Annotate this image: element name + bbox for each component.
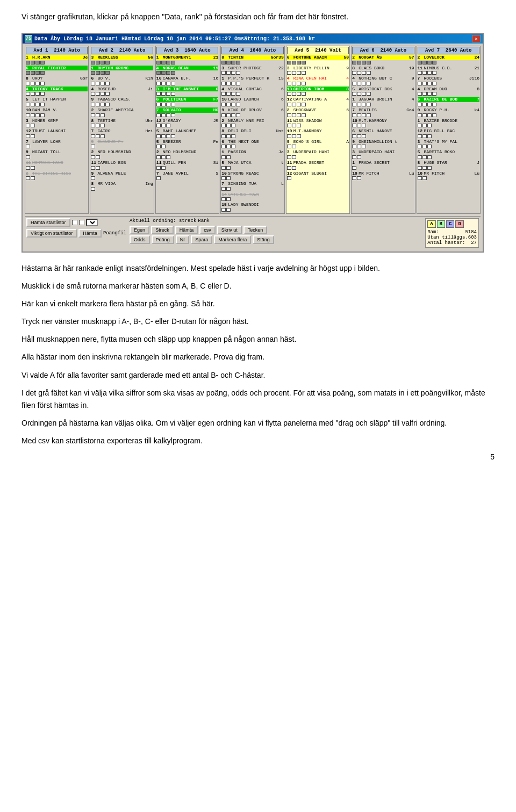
horse-boxes[interactable] <box>91 124 153 127</box>
streck-button[interactable]: Streck <box>151 226 174 234</box>
nr-button[interactable]: Nr <box>176 235 190 244</box>
a-button[interactable]: A <box>427 220 435 228</box>
horse-boxes[interactable] <box>287 61 349 64</box>
horse-boxes[interactable] <box>352 134 414 138</box>
horse-boxes[interactable] <box>418 166 479 170</box>
horse-boxes[interactable] <box>156 124 218 127</box>
horse-boxes[interactable] <box>26 134 88 138</box>
horse-boxes[interactable] <box>156 145 218 148</box>
horse-boxes[interactable] <box>156 155 218 159</box>
horse-boxes[interactable] <box>91 166 153 170</box>
horse-boxes[interactable] <box>221 92 283 96</box>
horse-boxes[interactable] <box>26 92 88 96</box>
horse-boxes[interactable] <box>287 145 349 148</box>
horse-boxes[interactable] <box>91 145 153 148</box>
horse-boxes[interactable] <box>418 71 479 75</box>
b-button[interactable]: B <box>437 220 445 228</box>
horse-boxes[interactable] <box>352 176 414 180</box>
odds-button[interactable]: Odds <box>130 235 150 244</box>
d-button[interactable]: D <box>455 220 463 228</box>
horse-boxes[interactable] <box>221 82 283 85</box>
horse-boxes[interactable] <box>221 124 283 127</box>
horse-boxes[interactable] <box>418 145 479 148</box>
horse-boxes[interactable] <box>221 145 283 148</box>
horse-boxes[interactable] <box>91 176 153 180</box>
horse-boxes[interactable] <box>418 103 479 106</box>
horse-boxes[interactable] <box>287 92 349 96</box>
horse-boxes[interactable] <box>156 103 218 106</box>
horse-boxes[interactable] <box>156 176 218 180</box>
horse-boxes[interactable] <box>91 187 153 191</box>
horse-boxes[interactable] <box>287 71 349 75</box>
hamta-btn2[interactable]: Hämta <box>78 229 102 238</box>
horse-boxes[interactable] <box>287 113 349 117</box>
horse-boxes[interactable] <box>418 134 479 138</box>
csv-button[interactable]: csv <box>199 226 216 234</box>
horse-boxes[interactable] <box>352 145 414 148</box>
horse-boxes[interactable] <box>26 82 88 85</box>
horse-boxes[interactable] <box>352 71 414 75</box>
horse-boxes[interactable] <box>221 103 283 106</box>
horse-boxes[interactable] <box>352 82 414 85</box>
horse-boxes[interactable] <box>418 61 479 64</box>
horse-boxes[interactable] <box>26 113 88 117</box>
horse-boxes[interactable] <box>352 166 414 170</box>
horse-boxes[interactable] <box>91 103 153 106</box>
horse-boxes[interactable] <box>352 124 414 127</box>
horse-boxes[interactable] <box>287 166 349 170</box>
procent-select[interactable] <box>86 219 98 226</box>
horse-boxes[interactable] <box>418 176 479 180</box>
markera-button[interactable]: Markera flera <box>214 235 251 244</box>
horse-boxes[interactable] <box>221 71 283 75</box>
horse-boxes[interactable] <box>26 71 88 75</box>
stang-button[interactable]: Stäng <box>253 235 274 244</box>
horse-boxes[interactable] <box>156 82 218 85</box>
horse-boxes[interactable] <box>352 155 414 159</box>
horse-boxes[interactable] <box>287 103 349 106</box>
c-button[interactable]: C <box>446 220 454 228</box>
horse-boxes[interactable] <box>26 176 88 180</box>
horse-boxes[interactable] <box>91 82 153 85</box>
horse-boxes[interactable] <box>221 134 283 138</box>
horse-boxes[interactable] <box>26 124 88 127</box>
horse-boxes[interactable] <box>26 145 88 148</box>
horse-boxes[interactable] <box>156 166 218 170</box>
hamta-button[interactable]: Hämta <box>175 226 198 234</box>
horse-boxes[interactable] <box>287 155 349 159</box>
horse-boxes[interactable] <box>221 208 283 212</box>
horse-boxes[interactable] <box>418 113 479 117</box>
horse-boxes[interactable] <box>418 124 479 127</box>
horse-boxes[interactable] <box>156 92 218 96</box>
tecken-button[interactable]: Tecken <box>243 226 268 234</box>
egen-button[interactable]: Egen <box>130 226 149 234</box>
poang-checkbox[interactable] <box>72 220 77 225</box>
horse-boxes[interactable] <box>156 61 218 64</box>
horse-boxes[interactable] <box>91 155 153 159</box>
horse-boxes[interactable] <box>156 113 218 117</box>
horse-boxes[interactable] <box>287 176 349 180</box>
hamta-startlistor-button[interactable]: Hämta startlistor <box>26 218 70 227</box>
horse-boxes[interactable] <box>287 134 349 138</box>
horse-boxes[interactable] <box>156 134 218 138</box>
horse-boxes[interactable] <box>221 155 283 159</box>
horse-boxes[interactable] <box>221 166 283 170</box>
horse-boxes[interactable] <box>287 124 349 127</box>
horse-boxes[interactable] <box>221 113 283 117</box>
horse-boxes[interactable] <box>352 113 414 117</box>
spara-button[interactable]: Spara <box>191 235 212 244</box>
horse-boxes[interactable] <box>221 61 283 64</box>
horse-boxes[interactable] <box>91 113 153 117</box>
skriv-ut-button[interactable]: Skriv ut <box>217 226 242 234</box>
horse-boxes[interactable] <box>156 71 218 75</box>
horse-boxes[interactable] <box>352 92 414 96</box>
horse-boxes[interactable] <box>91 61 153 64</box>
horse-boxes[interactable] <box>287 82 349 85</box>
horse-boxes[interactable] <box>418 155 479 159</box>
horse-boxes[interactable] <box>91 134 153 138</box>
close-button[interactable]: ✕ <box>472 35 481 42</box>
viktigt-button[interactable]: Viktigt om startlistor <box>26 229 77 238</box>
horse-boxes[interactable] <box>352 61 414 64</box>
horse-boxes[interactable] <box>91 92 153 96</box>
horse-boxes[interactable] <box>91 71 153 75</box>
horse-boxes[interactable] <box>26 155 88 159</box>
